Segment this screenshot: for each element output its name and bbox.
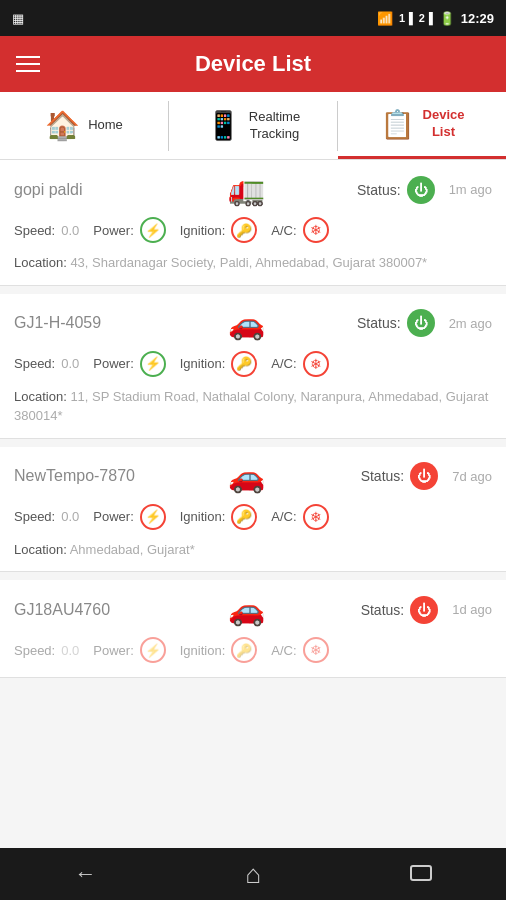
speed-item-2: Speed: 0.0: [14, 509, 79, 524]
recents-button[interactable]: [410, 861, 432, 887]
status-icon-0: ⏻: [407, 176, 435, 204]
device-status-group-3: Status: ⏻ 1d ago: [279, 596, 493, 624]
battery-icon: 🔋: [439, 11, 455, 26]
device-name-1: GJ1-H-4059: [14, 314, 228, 332]
speed-value-3: 0.0: [61, 643, 79, 658]
recents-icon: [410, 861, 432, 887]
device-card-1: GJ1-H-4059 🚗 Status: ⏻ 2m ago Speed: 0.0…: [0, 294, 506, 439]
speed-label-3: Speed:: [14, 643, 55, 658]
tab-devicelist-label: DeviceList: [423, 107, 465, 141]
ignition-icon-0: 🔑: [231, 217, 257, 243]
svg-rect-0: [411, 866, 431, 880]
ignition-label-3: Ignition:: [180, 643, 226, 658]
device-location-1: Location: 11, SP Stadium Road, Nathalal …: [14, 387, 492, 426]
speed-value-0: 0.0: [61, 223, 79, 238]
location-label-0: Location:: [14, 255, 67, 270]
home-icon: 🏠: [45, 109, 80, 142]
time-ago-2: 7d ago: [452, 469, 492, 484]
device-location-2: Location: Ahmedabad, Gujarat*: [14, 540, 492, 560]
home-nav-icon: ⌂: [245, 859, 261, 890]
menu-grid-icon: ▦: [12, 11, 24, 26]
ignition-item-0: Ignition: 🔑: [180, 217, 258, 243]
ac-icon-0: ❄: [303, 217, 329, 243]
ac-label-0: A/C:: [271, 223, 296, 238]
sim1-icon: 1▐: [399, 12, 413, 24]
power-item-0: Power: ⚡: [93, 217, 165, 243]
speed-label-1: Speed:: [14, 356, 55, 371]
ac-icon-3: ❄: [303, 637, 329, 663]
status-icon-2: ⏻: [410, 462, 438, 490]
back-button[interactable]: ←: [74, 861, 96, 887]
status-label-3: Status:: [361, 602, 405, 618]
device-vehicle-icon-1: 🚗: [228, 306, 265, 341]
ac-item-0: A/C: ❄: [271, 217, 328, 243]
tab-home-label: Home: [88, 117, 123, 134]
status-icon-3: ⏻: [410, 596, 438, 624]
speed-value-1: 0.0: [61, 356, 79, 371]
ac-icon-2: ❄: [303, 504, 329, 530]
hamburger-menu[interactable]: [16, 56, 40, 72]
realtime-icon: 📱: [206, 109, 241, 142]
power-label-2: Power:: [93, 509, 133, 524]
ac-item-1: A/C: ❄: [271, 351, 328, 377]
app-header: Device List: [0, 36, 506, 92]
status-label-1: Status:: [357, 315, 401, 331]
ignition-label-0: Ignition:: [180, 223, 226, 238]
location-value-0: 43, Shardanagar Society, Paldi, Ahmedaba…: [70, 255, 427, 270]
ac-label-2: A/C:: [271, 509, 296, 524]
device-name-2: NewTempo-7870: [14, 467, 228, 485]
home-button[interactable]: ⌂: [245, 859, 261, 890]
ignition-item-3: Ignition: 🔑: [180, 637, 258, 663]
power-label-0: Power:: [93, 223, 133, 238]
wifi-icon: 📶: [377, 11, 393, 26]
tab-realtime[interactable]: 📱 RealtimeTracking: [169, 92, 337, 159]
back-icon: ←: [74, 861, 96, 887]
nav-tabs: 🏠 Home 📱 RealtimeTracking 📋 DeviceList: [0, 92, 506, 160]
page-title: Device List: [60, 51, 446, 77]
ignition-icon-1: 🔑: [231, 351, 257, 377]
location-value-1: 11, SP Stadium Road, Nathalal Colony, Na…: [14, 389, 488, 424]
ignition-label-1: Ignition:: [180, 356, 226, 371]
device-vehicle-icon-2: 🚗: [228, 459, 265, 494]
ac-icon-1: ❄: [303, 351, 329, 377]
device-status-group-0: Status: ⏻ 1m ago: [279, 176, 493, 204]
device-vehicle-icon-3: 🚗: [228, 592, 265, 627]
location-label-1: Location:: [14, 389, 67, 404]
device-location-0: Location: 43, Shardanagar Society, Paldi…: [14, 253, 492, 273]
clock: 12:29: [461, 11, 494, 26]
ac-item-3: A/C: ❄: [271, 637, 328, 663]
sim2-icon: 2▐: [419, 12, 433, 24]
time-ago-3: 1d ago: [452, 602, 492, 617]
device-vehicle-icon-0: 🚛: [228, 172, 265, 207]
device-status-group-2: Status: ⏻ 7d ago: [279, 462, 493, 490]
speed-item-3: Speed: 0.0: [14, 643, 79, 658]
power-label-3: Power:: [93, 643, 133, 658]
power-icon-1: ⚡: [140, 351, 166, 377]
ignition-item-1: Ignition: 🔑: [180, 351, 258, 377]
status-label-2: Status:: [361, 468, 405, 484]
speed-item-1: Speed: 0.0: [14, 356, 79, 371]
speed-item-0: Speed: 0.0: [14, 223, 79, 238]
device-card-2: NewTempo-7870 🚗 Status: ⏻ 7d ago Speed: …: [0, 447, 506, 573]
location-label-2: Location:: [14, 542, 67, 557]
speed-label-2: Speed:: [14, 509, 55, 524]
device-list: gopi paldi 🚛 Status: ⏻ 1m ago Speed: 0.0…: [0, 160, 506, 848]
tab-devicelist[interactable]: 📋 DeviceList: [338, 92, 506, 159]
status-bar: ▦ 📶 1▐ 2▐ 🔋 12:29: [0, 0, 506, 36]
tab-realtime-label: RealtimeTracking: [249, 109, 300, 143]
tab-home[interactable]: 🏠 Home: [0, 92, 168, 159]
ignition-item-2: Ignition: 🔑: [180, 504, 258, 530]
speed-value-2: 0.0: [61, 509, 79, 524]
device-status-group-1: Status: ⏻ 2m ago: [279, 309, 493, 337]
power-icon-2: ⚡: [140, 504, 166, 530]
ignition-icon-3: 🔑: [231, 637, 257, 663]
power-item-1: Power: ⚡: [93, 351, 165, 377]
location-value-2: Ahmedabad, Gujarat*: [70, 542, 195, 557]
bottom-nav: ← ⌂: [0, 848, 506, 900]
status-icon-1: ⏻: [407, 309, 435, 337]
speed-label-0: Speed:: [14, 223, 55, 238]
status-bar-left: ▦: [12, 11, 24, 26]
power-icon-3: ⚡: [140, 637, 166, 663]
power-item-2: Power: ⚡: [93, 504, 165, 530]
device-card-0: gopi paldi 🚛 Status: ⏻ 1m ago Speed: 0.0…: [0, 160, 506, 286]
